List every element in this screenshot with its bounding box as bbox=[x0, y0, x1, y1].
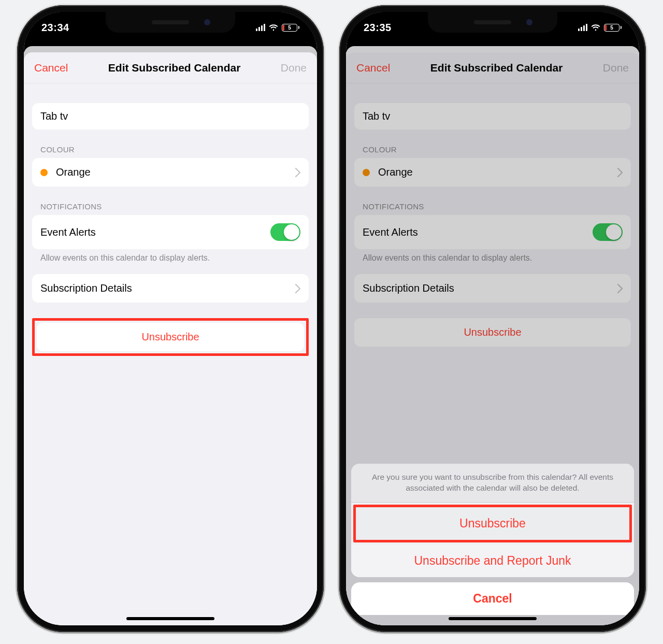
action-sheet: Are you sure you want to unsubscribe fro… bbox=[351, 464, 634, 620]
cancel-button[interactable]: Cancel bbox=[356, 62, 390, 74]
annotation-highlight: Unsubscribe bbox=[353, 505, 632, 542]
subscription-details-label: Subscription Details bbox=[363, 282, 454, 294]
subscription-details-label: Subscription Details bbox=[40, 282, 132, 294]
cellular-icon bbox=[578, 24, 587, 31]
event-alerts-hint: Allow events on this calendar to display… bbox=[32, 249, 309, 263]
colour-value: Orange bbox=[378, 166, 413, 178]
event-alerts-toggle[interactable] bbox=[593, 223, 623, 241]
action-sheet-message: Are you sure you want to unsubscribe fro… bbox=[351, 464, 634, 503]
event-alerts-label: Event Alerts bbox=[363, 226, 418, 238]
cancel-button[interactable]: Cancel bbox=[34, 62, 68, 74]
colour-dot-icon bbox=[40, 169, 48, 176]
done-button[interactable]: Done bbox=[603, 62, 629, 74]
calendar-name-field[interactable]: Tab tv bbox=[32, 103, 309, 130]
action-unsubscribe-button[interactable]: Unsubscribe bbox=[356, 507, 629, 540]
phone-frame-right: 23:35 5 Cancel Edit Subscribed Calendar … bbox=[339, 5, 646, 632]
action-cancel-button[interactable]: Cancel bbox=[351, 582, 634, 615]
chevron-right-icon bbox=[295, 168, 300, 177]
event-alerts-toggle[interactable] bbox=[270, 223, 300, 241]
status-time: 23:35 bbox=[364, 22, 392, 34]
unsubscribe-button[interactable]: Unsubscribe bbox=[354, 318, 631, 347]
event-alerts-row: Event Alerts bbox=[32, 215, 309, 249]
event-alerts-row: Event Alerts bbox=[354, 215, 631, 249]
colour-row[interactable]: Orange bbox=[354, 158, 631, 187]
battery-icon: 5 bbox=[604, 24, 622, 32]
event-alerts-label: Event Alerts bbox=[40, 226, 96, 238]
annotation-highlight: Unsubscribe bbox=[32, 318, 309, 356]
section-header-colour: COLOUR bbox=[354, 145, 631, 158]
nav-title: Edit Subscribed Calendar bbox=[108, 62, 241, 74]
phone-frame-left: 23:34 5 Cancel Edit Subscribed Calendar … bbox=[17, 5, 324, 632]
section-header-notifications: NOTIFICATIONS bbox=[32, 202, 309, 215]
calendar-name-field[interactable]: Tab tv bbox=[354, 103, 631, 130]
colour-dot-icon bbox=[363, 169, 370, 176]
calendar-name-value: Tab tv bbox=[363, 110, 390, 122]
home-indicator[interactable] bbox=[126, 617, 214, 620]
wifi-icon bbox=[268, 24, 279, 31]
status-time: 23:34 bbox=[41, 22, 69, 34]
notch bbox=[428, 12, 557, 33]
nav-bar: Cancel Edit Subscribed Calendar Done bbox=[346, 52, 639, 83]
notch bbox=[106, 12, 235, 33]
chevron-right-icon bbox=[617, 168, 623, 177]
colour-value: Orange bbox=[56, 166, 91, 178]
nav-bar: Cancel Edit Subscribed Calendar Done bbox=[24, 52, 317, 83]
subscription-details-row[interactable]: Subscription Details bbox=[32, 274, 309, 303]
modal-sheet: Cancel Edit Subscribed Calendar Done Tab… bbox=[24, 52, 317, 625]
unsubscribe-button[interactable]: Unsubscribe bbox=[37, 323, 304, 351]
event-alerts-hint: Allow events on this calendar to display… bbox=[354, 249, 631, 263]
screen-right: 23:35 5 Cancel Edit Subscribed Calendar … bbox=[346, 12, 639, 625]
calendar-name-value: Tab tv bbox=[40, 110, 68, 122]
done-button[interactable]: Done bbox=[281, 62, 307, 74]
cellular-icon bbox=[256, 24, 265, 31]
screen-left: 23:34 5 Cancel Edit Subscribed Calendar … bbox=[24, 12, 317, 625]
section-header-notifications: NOTIFICATIONS bbox=[354, 202, 631, 215]
chevron-right-icon bbox=[617, 284, 623, 293]
colour-row[interactable]: Orange bbox=[32, 158, 309, 187]
subscription-details-row[interactable]: Subscription Details bbox=[354, 274, 631, 303]
battery-icon: 5 bbox=[282, 24, 299, 32]
nav-title: Edit Subscribed Calendar bbox=[430, 62, 563, 74]
section-header-colour: COLOUR bbox=[32, 145, 309, 158]
action-unsubscribe-report-button[interactable]: Unsubscribe and Report Junk bbox=[351, 545, 634, 577]
chevron-right-icon bbox=[295, 284, 300, 293]
wifi-icon bbox=[590, 24, 601, 31]
